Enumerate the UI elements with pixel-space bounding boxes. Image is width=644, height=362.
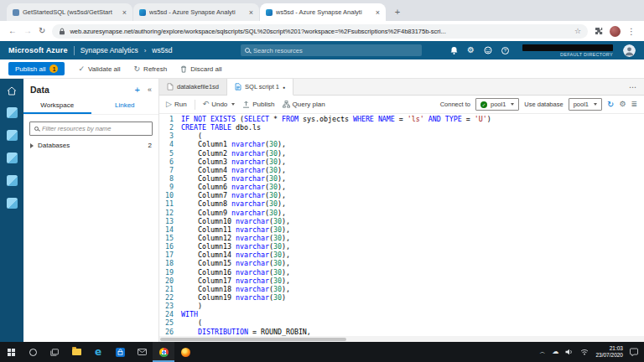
action-center-icon[interactable]	[630, 348, 638, 356]
start-button[interactable]	[0, 342, 22, 362]
forward-icon[interactable]: →	[23, 27, 32, 35]
file-explorer-icon[interactable]	[65, 342, 87, 362]
code-line[interactable]: 17 Column14 nvarchar(30),	[159, 251, 644, 259]
editor-tab-sql-script[interactable]: SQL script 1 ●	[227, 79, 293, 96]
browser-menu-icon[interactable]: ⋮	[627, 27, 636, 36]
code-line[interactable]: 15 Column12 nvarchar(30),	[159, 234, 644, 242]
add-resource-icon[interactable]: +	[135, 85, 140, 95]
reload-icon[interactable]: ↻	[39, 27, 45, 35]
tab-workspace[interactable]: Workspace	[23, 99, 91, 114]
use-database-dropdown[interactable]: pool1	[569, 98, 602, 111]
tab-close-icon[interactable]: ×	[376, 8, 380, 17]
code-line[interactable]: 12 Column9 nvarchar(30),	[159, 209, 644, 217]
home-icon[interactable]	[7, 86, 17, 96]
refresh-pools-icon[interactable]: ↻	[607, 101, 614, 109]
code-line[interactable]: 2CREATE TABLE dbo.ls	[159, 123, 644, 132]
onedrive-cloud-icon[interactable]: ☁	[552, 349, 558, 355]
network-wifi-icon[interactable]	[580, 349, 589, 355]
account-avatar[interactable]	[623, 44, 636, 57]
browser-profile-avatar[interactable]	[610, 26, 621, 37]
code-line[interactable]: 8 Column5 nvarchar(30),	[159, 174, 644, 183]
tray-expand-chevron-icon[interactable]: ︿	[539, 348, 545, 356]
code-line[interactable]: 26 DISTRIBUTION = ROUND_ROBIN,	[159, 328, 644, 336]
tab-close-icon[interactable]: ×	[122, 8, 127, 17]
mail-icon[interactable]	[131, 342, 153, 362]
integrate-hub-icon[interactable]	[7, 153, 18, 163]
code-line[interactable]: 18 Column15 nvarchar(30),	[159, 259, 644, 267]
browser-tab-getstartedsql[interactable]: GetStartedSQL (ws5sd/GetStart ×	[7, 3, 132, 21]
task-view-button[interactable]	[44, 342, 65, 362]
validate-all-button[interactable]: ✓ Validate all	[78, 65, 120, 73]
code-line[interactable]: 4 Column1 nvarchar(30),	[159, 140, 644, 148]
run-button[interactable]: ▷ Run	[166, 101, 187, 108]
code-line[interactable]: 11 Column8 nvarchar(30),	[159, 199, 644, 208]
publish-all-button[interactable]: Publish all 1	[8, 62, 65, 75]
tree-item-databases[interactable]: Databases 2	[23, 136, 158, 155]
code-line[interactable]: 19 Column16 nvarchar(30),	[159, 268, 644, 277]
develop-hub-icon[interactable]	[7, 130, 18, 141]
workspace-name[interactable]: ws5sd	[152, 46, 172, 54]
code-line[interactable]: 7 Column4 nvarchar(30),	[159, 166, 644, 174]
query-plan-button[interactable]: Query plan	[283, 101, 325, 108]
code-line[interactable]: 22 Column19 nvarchar(30)	[159, 293, 644, 302]
code-line[interactable]: 25 (	[159, 318, 644, 327]
connect-to-dropdown[interactable]: ✓ pool1	[475, 98, 519, 111]
code-line[interactable]: 10 Column7 nvarchar(30),	[159, 191, 644, 199]
settings-gear-icon[interactable]: ⚙	[619, 101, 626, 108]
monitor-hub-icon[interactable]	[7, 175, 18, 186]
taskbar-clock[interactable]: 21:03 23/07/2020	[595, 345, 623, 359]
publish-button[interactable]: Publish	[242, 101, 274, 108]
discard-all-button[interactable]: Discard all	[180, 65, 221, 73]
refresh-button[interactable]: ↻ Refresh	[134, 65, 168, 73]
properties-icon[interactable]: ≣	[631, 101, 637, 108]
code-line[interactable]: 13 Column10 nvarchar(30),	[159, 217, 644, 225]
horizontal-scrollbar[interactable]	[159, 336, 644, 342]
code-line[interactable]: 6 Column3 nvarchar(30),	[159, 158, 644, 166]
code-line[interactable]: 20 Column17 nvarchar(30),	[159, 277, 644, 285]
expand-chevron-icon[interactable]	[30, 143, 34, 148]
code-line[interactable]: 21 Column18 nvarchar(30),	[159, 285, 644, 293]
scrollbar-thumb[interactable]	[160, 338, 346, 341]
browser-tab-synapse-2-active[interactable]: ws5sd - Azure Synapse Analyti ×	[260, 3, 386, 21]
tab-close-icon[interactable]: ×	[249, 8, 253, 17]
collapse-panel-icon[interactable]: «	[148, 85, 152, 94]
search-input[interactable]	[253, 47, 418, 54]
feedback-smiley-icon[interactable]	[484, 46, 492, 54]
code-line[interactable]: 5 Column2 nvarchar(30),	[159, 149, 644, 158]
tab-linked[interactable]: Linked	[91, 99, 159, 114]
code-line[interactable]: 24WITH	[159, 310, 644, 318]
settings-gear-icon[interactable]: ⚙	[467, 46, 475, 54]
chevron-down-icon[interactable]	[231, 103, 235, 106]
code-line[interactable]: 16 Column13 nvarchar(30),	[159, 242, 644, 251]
notifications-bell-icon[interactable]	[450, 46, 458, 54]
data-hub-icon[interactable]	[7, 107, 18, 118]
firefox-browser-icon[interactable]	[174, 342, 196, 362]
url-field[interactable]: web.azuresynapse.net/authoring/explore/w…	[52, 24, 588, 39]
chrome-browser-icon[interactable]	[153, 342, 174, 362]
help-icon[interactable]: ?	[501, 47, 509, 54]
bookmark-star-icon[interactable]: ☆	[574, 27, 581, 35]
code-line[interactable]: 14 Column11 nvarchar(30),	[159, 225, 644, 234]
sql-code-editor[interactable]: 1IF NOT EXISTS (SELECT * FROM sys.object…	[159, 115, 644, 336]
browser-tab-synapse-1[interactable]: ws5sd - Azure Synapse Analyti ×	[133, 3, 259, 21]
product-name[interactable]: Synapse Analytics	[80, 46, 138, 54]
new-tab-button[interactable]: +	[390, 4, 405, 19]
resource-search-box[interactable]	[241, 44, 422, 56]
taskbar-search-button[interactable]	[22, 342, 44, 362]
filter-resources-box[interactable]	[29, 122, 153, 136]
code-line[interactable]: 23 )	[159, 302, 644, 310]
manage-hub-icon[interactable]	[7, 198, 18, 209]
edge-browser-icon[interactable]: e	[87, 342, 109, 362]
filter-resources-input[interactable]	[42, 125, 148, 132]
code-line[interactable]: 3 (	[159, 132, 644, 140]
editor-tabs-more-icon[interactable]: ⋯	[629, 83, 644, 91]
back-icon[interactable]: ←	[8, 27, 17, 35]
code-line[interactable]: 9 Column6 nvarchar(30),	[159, 183, 644, 191]
azure-brand[interactable]: Microsoft Azure	[8, 46, 68, 54]
undo-button[interactable]: ↶ Undo	[203, 101, 236, 108]
volume-icon[interactable]	[565, 349, 574, 355]
code-line[interactable]: 1IF NOT EXISTS (SELECT * FROM sys.object…	[159, 115, 644, 123]
editor-tab-datalakefile[interactable]: datalakefile1sd	[159, 79, 227, 95]
extensions-puzzle-icon[interactable]	[595, 27, 603, 35]
store-icon[interactable]	[109, 342, 131, 362]
